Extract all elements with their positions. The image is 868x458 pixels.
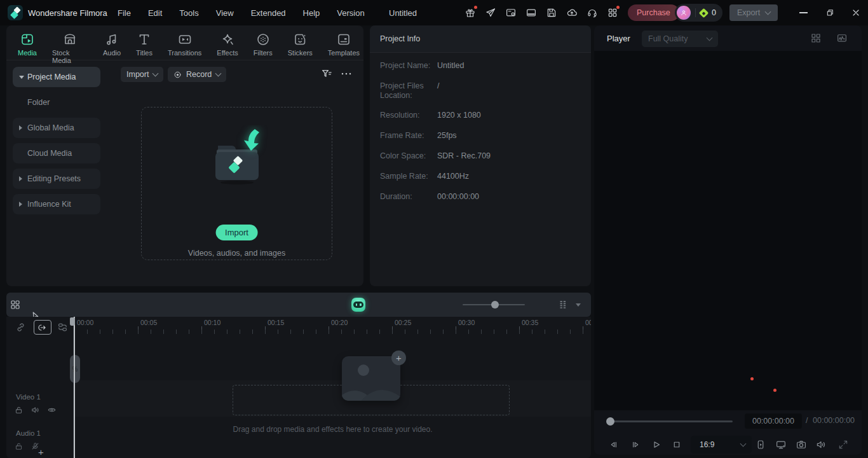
playhead-handle[interactable] — [70, 317, 75, 326]
quality-dropdown[interactable]: Full Quality — [642, 31, 718, 47]
menu-extended[interactable]: Extended — [251, 8, 286, 18]
export-label: Export — [737, 8, 760, 17]
close-button[interactable] — [851, 8, 861, 18]
media-tab-icon — [20, 32, 35, 47]
track-manager-button[interactable] — [57, 322, 68, 333]
caret-down-icon[interactable] — [19, 76, 24, 79]
tab-titles[interactable]: Titles — [132, 29, 156, 67]
gift-icon[interactable] — [465, 7, 476, 18]
tab-media[interactable]: Media — [14, 29, 41, 67]
ruler-label: 00:05 — [140, 319, 157, 326]
track-view-button[interactable] — [557, 299, 569, 310]
ai-copilot-button[interactable] — [351, 298, 365, 312]
playhead-line[interactable] — [74, 317, 75, 458]
import-button-label: Import — [225, 228, 248, 237]
restore-button[interactable] — [825, 8, 835, 18]
templates-tab-icon — [336, 32, 351, 47]
more-options-button[interactable] — [341, 70, 352, 78]
project-info-header: Project Info — [370, 25, 591, 53]
toolbar-mode-icon[interactable] — [526, 7, 537, 18]
account-pill[interactable]: 0 — [675, 4, 722, 22]
zoom-slider-handle[interactable] — [491, 301, 499, 309]
tab-templates[interactable]: Templates — [324, 29, 363, 67]
caret-right-icon[interactable] — [19, 125, 22, 130]
menu-edit[interactable]: Edit — [148, 8, 162, 18]
chevron-down-icon — [215, 71, 222, 77]
info-label: Color Space: — [380, 151, 436, 161]
minimize-button[interactable] — [799, 12, 808, 13]
link-clips-button[interactable] — [15, 322, 26, 333]
tab-label: Filters — [254, 49, 273, 57]
sidebar-item-cloud-media[interactable]: Cloud Media — [13, 143, 100, 163]
sidebar-item-project-media[interactable]: Project Media — [13, 67, 100, 87]
sidebar-item-influence-kit[interactable]: Influence Kit — [13, 194, 100, 214]
cloud-upload-icon[interactable] — [566, 7, 578, 18]
send-feedback-icon[interactable] — [485, 7, 496, 18]
timeline-resize-handle[interactable]: % — [70, 355, 80, 383]
add-media-badge[interactable]: + — [391, 350, 406, 365]
chevron-down-icon — [153, 71, 159, 77]
title-bar: Wondershare Filmora File Edit Tools View… — [0, 0, 868, 25]
video-visibility-button[interactable] — [47, 405, 57, 415]
menu-tools[interactable]: Tools — [179, 8, 198, 18]
info-label: Duration: — [380, 192, 436, 202]
caret-right-icon[interactable] — [19, 202, 22, 207]
menu-view[interactable]: View — [216, 8, 234, 18]
image-placeholder-icon — [342, 356, 400, 401]
sidebar-item-global-media[interactable]: Global Media — [13, 118, 100, 138]
screen-record-icon[interactable] — [505, 7, 517, 18]
layout-grid-icon — [810, 32, 822, 44]
apps-grid-icon[interactable] — [607, 7, 618, 18]
ruler-label: 00:20 — [331, 319, 348, 326]
menu-file[interactable]: File — [118, 8, 131, 18]
sidebar-item-editing-presets[interactable]: Editing Presets — [13, 169, 100, 189]
caret-right-icon[interactable] — [19, 176, 22, 181]
filters-tab-icon — [255, 32, 271, 47]
sidebar-item-label: Global Media — [27, 123, 74, 132]
tab-stickers[interactable]: Stickers — [284, 29, 316, 67]
auto-ripple-button[interactable] — [34, 320, 51, 335]
import-button[interactable]: Import — [215, 225, 258, 240]
save-icon[interactable] — [546, 7, 557, 18]
project-info-row: Project Name:Untitled — [380, 61, 464, 71]
ruler-label: 00:15 — [268, 319, 284, 326]
video-mute-button[interactable] — [31, 405, 40, 415]
effects-tab-icon — [220, 32, 235, 47]
sidebar-item-folder[interactable]: Folder — [13, 92, 100, 113]
import-dropdown[interactable]: Import — [121, 67, 163, 82]
menu-version[interactable]: Version — [337, 8, 364, 18]
lock-open-icon — [14, 405, 24, 415]
export-button[interactable]: Export — [729, 4, 778, 21]
auto-ripple-icon — [37, 323, 48, 332]
titlebar-icon-group — [465, 0, 618, 25]
timeline-toolbar: AI — [6, 293, 591, 317]
avatar[interactable] — [677, 6, 691, 20]
info-label: Frame Rate: — [380, 131, 436, 141]
menu-help[interactable]: Help — [303, 8, 320, 18]
project-info-row: Duration:00:00:00:00 — [380, 192, 479, 202]
tab-filters[interactable]: Filters — [250, 29, 276, 67]
support-headset-icon[interactable] — [587, 7, 598, 18]
tab-effects[interactable]: Effects — [213, 29, 241, 67]
audio-lock-button[interactable] — [14, 441, 24, 451]
tab-transitions[interactable]: Transitions — [164, 29, 205, 67]
info-label: Sample Rate: — [380, 172, 436, 181]
record-dropdown[interactable]: Record — [168, 67, 226, 82]
video-lock-button[interactable] — [14, 405, 24, 415]
track-view-caret-icon[interactable] — [576, 303, 581, 307]
player-title: Player — [607, 34, 630, 43]
import-drop-area[interactable]: Import Videos, audios, and images — [141, 107, 332, 260]
tab-stock-media[interactable]: Stock Media — [48, 29, 92, 67]
scopes-button[interactable] — [836, 32, 848, 44]
quality-label: Full Quality — [648, 34, 688, 43]
ruler-label: 00:00 — [77, 319, 93, 326]
pill-divider — [695, 8, 696, 17]
add-track-button[interactable]: + — [38, 447, 44, 457]
info-value: / — [437, 81, 439, 91]
player-layout-button[interactable] — [810, 32, 822, 44]
tab-audio[interactable]: Audio — [99, 29, 125, 67]
purchase-button[interactable]: Purchase — [628, 4, 679, 21]
info-label: Project Name: — [380, 61, 436, 71]
filter-button[interactable] — [320, 67, 333, 80]
stickers-tab-icon — [292, 32, 308, 47]
